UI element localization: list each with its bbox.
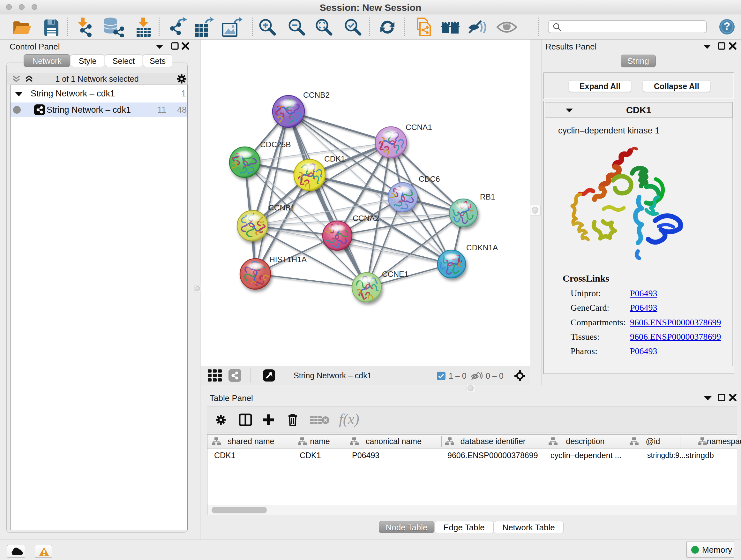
svg-text:CDKN1A: CDKN1A bbox=[466, 243, 498, 252]
svg-text:CCNE1: CCNE1 bbox=[382, 270, 408, 278]
svg-text:HIST1H1A: HIST1H1A bbox=[269, 255, 307, 264]
svg-text:CDC25B: CDC25B bbox=[260, 140, 291, 149]
svg-text:CDK1: CDK1 bbox=[324, 154, 345, 163]
svg-text:CCNA2: CCNA2 bbox=[353, 214, 379, 223]
svg-text:CCNB2: CCNB2 bbox=[303, 91, 330, 99]
svg-text:?: ? bbox=[724, 20, 731, 32]
svg-text:CCNB1: CCNB1 bbox=[268, 203, 295, 212]
svg-text:CCNA1: CCNA1 bbox=[406, 123, 432, 132]
svg-text:CDC6: CDC6 bbox=[419, 175, 440, 183]
svg-text:RB1: RB1 bbox=[480, 192, 495, 201]
